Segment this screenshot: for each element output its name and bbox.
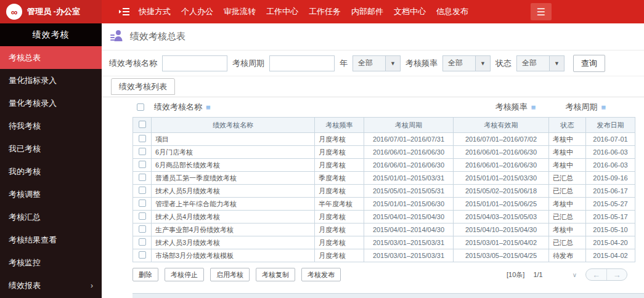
bottom-panel-edge [132,293,644,298]
column-header[interactable]: 状态 [549,118,586,133]
row-checkbox[interactable] [139,238,146,246]
page-title-icon [110,30,124,44]
sort-frequency-label: 考核频率 [495,102,528,113]
row-checkbox[interactable] [139,187,146,194]
record-count: [10条] [507,270,524,280]
sort-by-frequency[interactable]: 考核频率 ≡ [495,102,536,113]
column-header[interactable]: 考核频率 [315,118,364,133]
year-select-arrow-icon[interactable]: ▼ [385,56,400,71]
page-indicator: 1/1 [533,271,542,278]
year-select[interactable]: 全部 ▼ [353,55,401,71]
row-checkbox-cell [133,249,152,262]
table-row[interactable]: 6月门店考核月度考核2016/06/01–2016/06/302016/06/0… [133,146,635,159]
page-select-caret-icon[interactable]: ∨ [573,272,577,278]
row-checkbox[interactable] [139,251,146,259]
assessment-table: 绩效考核名称考核频率考核周期考核有效期状态发布日期 项目月度考核2016/07/… [132,117,635,262]
sort-by-name[interactable]: 绩效考核名称 ≡ [154,102,211,113]
assessment-name-input[interactable] [162,55,227,71]
select-all-checkbox[interactable] [139,121,146,128]
table-row[interactable]: 技术人员5月绩效考核月度考核2015/05/01–2015/05/312015/… [133,185,635,198]
frequency-select-arrow-icon[interactable]: ▼ [475,56,490,71]
column-header[interactable]: 考核周期 [364,118,454,133]
row-checkbox-cell [133,211,152,223]
sidebar-item[interactable]: 我已考核 [0,137,102,160]
row-checkbox[interactable] [139,148,146,155]
action-button-删除[interactable]: 删除 [132,268,158,281]
cell-name: 6月商品部长绩效考核 [152,159,315,172]
prev-page-button[interactable]: ← [586,269,606,280]
table-row[interactable]: 技术人员4月绩效考核月度考核2015/04/01–2015/04/302015/… [133,211,635,223]
sort-frequency-icon: ≡ [531,103,536,112]
search-button[interactable]: 查询 [573,55,605,72]
select-all-checkbox-top[interactable] [137,103,144,111]
year-suffix-label: 年 [340,58,348,69]
cell-period: 2015/03/01–2015/03/31 [364,236,454,249]
cell-period: 2016/07/01–2016/07/31 [364,133,454,146]
table-row[interactable]: 市场部3月分绩效考核模板月度考核2015/03/01–2015/03/31201… [133,249,635,262]
table-row[interactable]: 管理者上半年综合能力考核半年度考核2015/01/01–2015/06/3020… [133,198,635,211]
sidebar-item[interactable]: 考核总表 [0,46,102,69]
nav-item-快捷方式[interactable]: 快捷方式 [139,6,171,17]
sidebar-item-label: 考核结果查看 [9,235,57,246]
sidebar-item[interactable]: 考核调整 [0,183,102,206]
cell-frequency: 月度考核 [315,249,364,262]
collapse-menu-icon[interactable] [119,7,130,16]
row-checkbox[interactable] [139,212,146,220]
sidebar-item[interactable]: 量化指标录入 [0,69,102,92]
filter-period-label: 考核周期 [232,58,264,69]
cell-name: 技术人员4月绩效考核 [152,211,315,223]
nav-item-文档中心[interactable]: 文档中心 [394,6,426,17]
row-checkbox[interactable] [139,225,146,233]
app-window: ∞ 管理员 -办公室 快捷方式个人办公审批流转工作中心工作任务内部邮件文档中心信… [0,0,644,298]
nav-item-信息发布[interactable]: 信息发布 [436,6,468,17]
column-header[interactable]: 绩效考核名称 [152,118,315,133]
column-header[interactable]: 发布日期 [586,118,635,133]
sidebar-item[interactable]: 量化考核录入 [0,92,102,115]
nav-item-工作中心[interactable]: 工作中心 [266,6,298,17]
sidebar-item-label: 考核监控 [9,257,41,268]
sidebar-item[interactable]: 我的考核 [0,160,102,183]
cell-validity: 2015/03/05–2015/04/25 [454,249,549,262]
sidebar-item[interactable]: 绩效报表› [0,274,102,297]
cell-status: 已汇总 [549,236,586,249]
assessment-period-input[interactable] [269,55,335,71]
pager-arrows: ← → [585,268,627,281]
nav-item-审批流转[interactable]: 审批流转 [224,6,256,17]
row-checkbox[interactable] [139,199,146,207]
cell-publish-date: 2015-09-16 [586,172,635,185]
table-row[interactable]: 6月商品部长绩效考核月度考核2016/06/01–2016/06/302016/… [133,159,635,172]
more-menu-button[interactable]: ☰ [531,3,552,20]
frequency-select[interactable]: 全部 ▼ [442,55,491,71]
row-checkbox-cell [133,133,152,146]
table-row[interactable]: 普通员工第一季度绩效考核季度考核2015/01/01–2015/03/31201… [133,172,635,185]
tab-assessment-list[interactable]: 绩效考核列表 [111,78,175,95]
cell-period: 2015/04/01–2014/04/30 [364,223,454,236]
next-page-button[interactable]: → [606,269,627,280]
action-button-考核停止[interactable]: 考核停止 [165,268,204,281]
cell-status: 考核中 [549,133,586,146]
status-select[interactable]: 全部 ▼ [516,55,565,71]
status-select-arrow-icon[interactable]: ▼ [549,56,564,71]
cell-validity: 2015/03/01–2015/04/02 [454,236,549,249]
action-button-考核复制[interactable]: 考核复制 [256,268,295,281]
column-header[interactable]: 考核有效期 [454,118,549,133]
nav-item-个人办公[interactable]: 个人办公 [181,6,213,17]
cell-period: 2015/01/01–2015/03/31 [364,172,454,185]
nav-item-内部邮件[interactable]: 内部邮件 [351,6,383,17]
cell-frequency: 季度考核 [315,172,364,185]
table-row[interactable]: 技术人员3月绩效考核月度考核2015/03/01–2015/03/312015/… [133,236,635,249]
table-row[interactable]: 生产事业部4月份绩效考核月度考核2015/04/01–2014/04/30201… [133,223,635,236]
sidebar-item[interactable]: 考核结果查看 [0,228,102,251]
status-select-value: 全部 [517,56,549,71]
nav-item-工作任务[interactable]: 工作任务 [309,6,341,17]
sort-by-period[interactable]: 考核周期 ≡ [565,102,606,113]
sidebar-item[interactable]: 考核汇总 [0,206,102,228]
row-checkbox[interactable] [139,174,146,181]
sidebar-item[interactable]: 考核监控 [0,251,102,274]
action-button-考核发布[interactable]: 考核发布 [301,268,341,281]
row-checkbox[interactable] [139,135,146,142]
sidebar-item[interactable]: 待我考核 [0,115,102,137]
row-checkbox[interactable] [139,161,146,168]
table-row[interactable]: 项目月度考核2016/07/01–2016/07/312016/07/01–20… [133,133,635,146]
action-button-启用考核[interactable]: 启用考核 [210,268,250,281]
